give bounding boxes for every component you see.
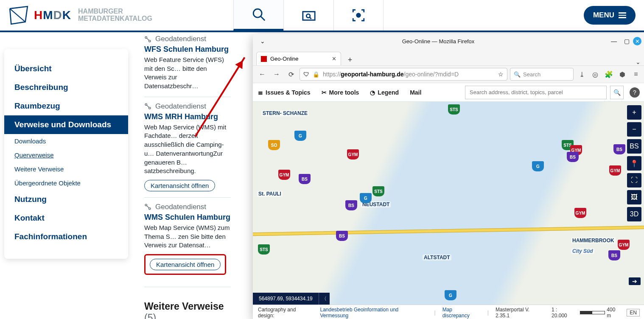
minimize-button[interactable]: —: [608, 38, 620, 45]
logo-subtitle: HAMBURGERMETADATENKATALOG: [78, 8, 152, 22]
poi-marker[interactable]: BS: [613, 144, 625, 154]
poi-marker[interactable]: G: [294, 131, 306, 141]
svg-point-6: [356, 13, 361, 17]
svg-rect-3: [302, 12, 314, 20]
imagery-button[interactable]: 🖼: [627, 190, 641, 204]
browser-urlbar: ← → ⟳ 🛡 🔒 https://geoportal-hamburg.de/g…: [253, 65, 644, 83]
legend-icon: ◔: [370, 89, 375, 96]
forward-button[interactable]: →: [271, 68, 283, 80]
map-search-button[interactable]: 🔍: [610, 86, 624, 99]
lock-icon: 🔒: [313, 71, 319, 78]
zoom-out-button[interactable]: −: [627, 122, 641, 137]
svg-line-15: [147, 206, 149, 208]
sidebar-item-raumbezug[interactable]: Raumbezug: [4, 97, 128, 115]
window-titlebar[interactable]: ⌄ Geo-Online — Mozilla Firefox — ▢ ✕: [253, 34, 644, 48]
entry-desc: Web Map Service (WMS) zum Thema S… zen S…: [144, 224, 231, 250]
extensions-icon[interactable]: 🧩: [603, 68, 614, 80]
sidebar-item-uebersicht[interactable]: Übersicht: [4, 59, 128, 78]
new-tab-button[interactable]: +: [344, 54, 356, 65]
pan-arrow-button[interactable]: ➔: [629, 277, 641, 285]
browser-window: ⌄ Geo-Online — Mozilla Firefox — ▢ ✕ Geo…: [253, 34, 644, 319]
tabs-menu-icon[interactable]: ⌄: [636, 59, 641, 65]
sidebar-sub-querverweise[interactable]: Querverweise: [4, 148, 128, 162]
poi-marker[interactable]: GYM: [278, 170, 290, 180]
app-menu-icon[interactable]: ≡: [630, 68, 641, 80]
scale-bar: 400 m: [580, 307, 621, 319]
sidebar-sub-weitere[interactable]: Weitere Verweise: [4, 162, 128, 176]
sidebar-item-verweise[interactable]: Verweise und Downloads: [4, 115, 128, 134]
maximize-button[interactable]: ▢: [620, 38, 633, 45]
map-app: ≣Issues & Topics ✂More tools ◔Legend Mai…: [253, 83, 644, 319]
download-icon[interactable]: ⤓: [576, 68, 587, 80]
zoom-in-button[interactable]: +: [627, 105, 641, 120]
close-button[interactable]: ✕: [633, 37, 641, 45]
coord-value: 564897.69, 5934434.19: [253, 296, 319, 302]
poi-marker[interactable]: SO: [268, 140, 280, 150]
folder-search-tab[interactable]: [283, 0, 333, 31]
poi-marker[interactable]: STS: [448, 104, 460, 115]
coord-collapse-icon[interactable]: 〈: [319, 293, 330, 305]
carto-org-link[interactable]: Landesbetrieb Geoinformation und Vermess…: [320, 307, 428, 319]
sidebar-item-kontakt[interactable]: Kontakt: [4, 209, 128, 227]
poi-marker[interactable]: STS: [372, 186, 384, 196]
poi-marker[interactable]: G: [532, 161, 544, 171]
browser-search[interactable]: 🔍 Search: [510, 68, 574, 81]
logo-area: HMDK HAMBURGERMETADATENKATALOG: [0, 4, 233, 26]
tab-close-icon[interactable]: ✕: [332, 56, 336, 62]
address-bar[interactable]: 🛡 🔒 https://geoportal-hamburg.de/geo-onl…: [300, 68, 507, 81]
locate-button[interactable]: 📍: [627, 156, 641, 171]
more-tools-menu[interactable]: ✂More tools: [322, 89, 359, 96]
noscript-icon[interactable]: ⬢: [617, 68, 628, 80]
lang-button[interactable]: EN: [627, 309, 640, 316]
star-icon[interactable]: ☆: [498, 71, 504, 78]
account-icon[interactable]: ◎: [590, 68, 601, 80]
sidebar-sub-downloads[interactable]: Downloads: [4, 134, 128, 148]
fullscreen-button[interactable]: ⛶: [627, 173, 641, 187]
entry-wfs-schulen: Geodatendienst WFS Schulen Hamburg Web F…: [144, 35, 231, 97]
sidebar-item-beschreibung[interactable]: Beschreibung: [4, 78, 128, 97]
entry-title[interactable]: WMS Schulen Hamburg: [144, 213, 231, 222]
poi-marker[interactable]: BS: [345, 200, 357, 210]
3d-button[interactable]: 3D: [627, 207, 641, 221]
map-canvas[interactable]: STERN- SCHANZE St. PAULI NEUSTADT ALTSTA…: [253, 102, 644, 305]
sidebar-item-nutzung[interactable]: Nutzung: [4, 190, 128, 209]
poi-marker[interactable]: STS: [258, 244, 270, 255]
entry-desc: Web Map Service (WMS) mit Fachdate… derz…: [144, 123, 231, 176]
sidebar-item-fachinfo[interactable]: Fachinformationen: [4, 227, 128, 246]
open-map-button-highlighted[interactable]: Kartenansicht öffnen: [150, 259, 221, 270]
sidebar-sub-uebergeordnete[interactable]: Übergeordnete Objekte: [4, 176, 128, 190]
bs-button[interactable]: BS: [627, 139, 641, 154]
poi-marker[interactable]: BS: [567, 152, 579, 162]
search-tab[interactable]: [233, 0, 283, 31]
reload-button[interactable]: ⟳: [285, 68, 297, 80]
poi-marker[interactable]: GYM: [609, 165, 621, 176]
legend-menu[interactable]: ◔Legend: [370, 89, 399, 96]
poi-marker[interactable]: BS: [336, 231, 348, 241]
titlebar-chevron-icon[interactable]: ⌄: [256, 38, 269, 45]
highlight-box: Kartenansicht öffnen: [144, 254, 226, 275]
poi-marker[interactable]: BS: [299, 174, 311, 184]
poi-marker[interactable]: GYM: [574, 208, 586, 218]
poi-marker[interactable]: G: [360, 193, 372, 203]
discrepancy-link[interactable]: Map discrepancy: [442, 307, 481, 319]
section-header: Weitere Verweise (5): [144, 301, 231, 319]
entry-title[interactable]: WMS MRH Hamburg: [144, 112, 231, 121]
svg-line-0: [10, 8, 25, 22]
map-side-buttons: + − BS 📍 ⛶ 🖼 3D: [627, 105, 641, 221]
map-search-input[interactable]: [465, 86, 607, 99]
poi-marker[interactable]: G: [445, 290, 456, 300]
entry-wms-mrh: Geodatendienst WMS MRH Hamburg Web Map S…: [144, 102, 231, 198]
capture-tab[interactable]: [333, 0, 384, 31]
poi-marker[interactable]: GYM: [347, 149, 359, 160]
issues-menu[interactable]: ≣Issues & Topics: [258, 89, 311, 96]
back-button[interactable]: ←: [256, 68, 268, 80]
entry-title[interactable]: WFS Schulen Hamburg: [144, 45, 231, 54]
menu-button[interactable]: MENU: [584, 6, 636, 25]
poi-marker[interactable]: BS: [608, 250, 620, 260]
browser-tab[interactable]: Geo-Online ✕: [256, 52, 341, 65]
mail-menu[interactable]: Mail: [410, 89, 421, 96]
poi-marker[interactable]: GYM: [618, 240, 630, 250]
help-button[interactable]: ?: [630, 87, 640, 98]
open-map-button[interactable]: Kartenansicht öffnen: [144, 180, 215, 191]
shield-icon: 🛡: [303, 71, 309, 78]
